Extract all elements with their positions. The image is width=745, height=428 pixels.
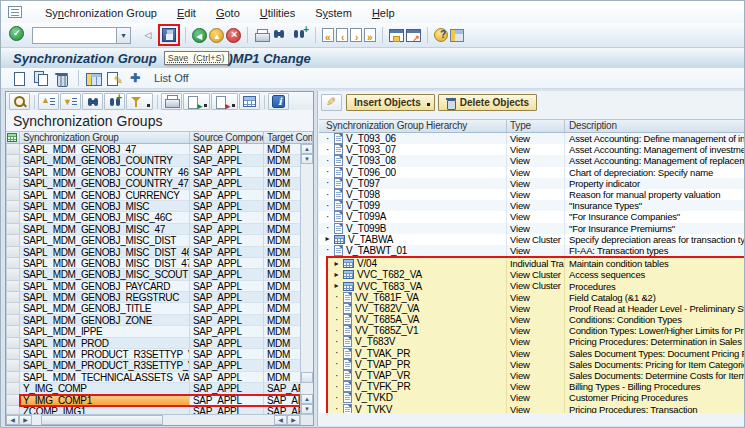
collapse-icon[interactable] [139, 27, 157, 44]
table-row[interactable]: SAPL_MDM_GENOBJ_MISC_SCOUTSAP_APPLMDM [6, 269, 300, 280]
select-all-corner[interactable] [6, 132, 20, 143]
table-row[interactable]: SAPL_MDM_GENOBJ_COUNTRYSAP_APPLMDM [6, 155, 300, 166]
table-row[interactable]: SAPL_MDM_GENOBJ_REGSTRUCSAP_APPLMDM [6, 292, 300, 303]
expand-icon[interactable]: ▸ [333, 282, 340, 290]
customize-layout-icon[interactable] [450, 29, 464, 42]
row-selector[interactable] [6, 144, 20, 155]
hierarchy-row[interactable]: ·V_TVKVViewPricing Procedures: Transacti… [328, 404, 744, 414]
table-row[interactable]: SAPL_MDM_GENOBJ_47SAP_APPLMDM [6, 144, 300, 155]
hierarchy-row[interactable]: ·VV_T682V_VAViewProof Read at Header Lev… [328, 303, 744, 314]
information-icon[interactable] [268, 93, 289, 110]
row-selector[interactable] [6, 360, 20, 371]
table-row[interactable]: ZCOMP_IMG1SAP_APPLSAP_APPL [6, 406, 300, 414]
find-next-icon[interactable] [291, 27, 309, 44]
sort-descending-icon[interactable] [60, 93, 81, 110]
command-field[interactable]: ▼ [32, 27, 131, 44]
row-selector[interactable] [6, 167, 20, 178]
export-as-icon[interactable] [211, 93, 238, 110]
scroll-right-icon[interactable] [287, 415, 300, 425]
menu-goto[interactable]: Goto [206, 4, 250, 22]
export-icon[interactable] [183, 93, 210, 110]
row-selector[interactable] [6, 224, 20, 235]
table-row[interactable]: SAPL_MDM_GENOBJ_MISC_DIST_46CSAP_APPLMDM [6, 247, 300, 258]
enter-icon[interactable] [9, 26, 24, 41]
find-next-icon[interactable] [104, 93, 125, 110]
row-selector[interactable] [6, 406, 20, 414]
choose-layout-icon[interactable] [239, 93, 260, 110]
table-row[interactable]: SAPL_MDM_GENOBJ_MISC_46CSAP_APPLMDM [6, 212, 300, 223]
column-header[interactable]: Type [507, 120, 565, 132]
scroll-left-icon[interactable] [6, 415, 19, 425]
table-row[interactable]: SAPL_MDM_GENOBJ_TITLESAP_APPLMDM [6, 303, 300, 314]
move-icon[interactable] [126, 70, 145, 87]
hierarchy-row[interactable]: ·V_T093_06ViewAsset Accounting: Define m… [319, 133, 745, 144]
sort-ascending-icon[interactable] [38, 93, 59, 110]
column-header[interactable]: Source Component [190, 132, 264, 143]
system-menu-icon[interactable] [8, 6, 22, 18]
hierarchy-row[interactable]: ·V_T099View"Insurance Types" [319, 200, 745, 211]
command-dropdown-icon[interactable]: ▼ [116, 27, 131, 44]
next-page-icon[interactable] [350, 28, 362, 42]
edit-icon[interactable] [105, 70, 124, 87]
hierarchy-row[interactable]: ·V_TVKDViewCustomer Pricing Procedures [328, 392, 744, 403]
table-row[interactable]: SAPL_MDM_TECHNICALASSETS_VALHELPSAP_APPL… [6, 372, 300, 383]
row-selector[interactable] [6, 292, 20, 303]
row-selector[interactable] [6, 349, 20, 360]
find-icon[interactable] [271, 27, 289, 44]
row-selector[interactable] [6, 247, 20, 258]
hierarchy-row[interactable]: ·V_T096_00ViewChart of depreciation: Spe… [319, 167, 745, 178]
create-icon[interactable] [10, 70, 29, 87]
table-row[interactable]: SAPL_MDM_PRODUCT_R3SETTYP_VIEWSSAP_APPLM… [6, 360, 300, 371]
column-header[interactable]: Target Component [264, 132, 313, 143]
previous-page-icon[interactable] [336, 28, 348, 42]
table-row[interactable]: SAPL_MDM_PRODUCT_R3SETTYP_VIEWCLSAP_APPL… [6, 349, 300, 360]
hierarchy-row[interactable]: ·VV_T685Z_V1ViewCondition Types: Lower/H… [328, 325, 744, 336]
back-icon[interactable] [192, 28, 207, 43]
insert-objects-button[interactable]: Insert Objects [346, 94, 435, 111]
table-row[interactable]: Y_IMG_COMPSAP_APPLSAP_APPL [6, 383, 300, 394]
display-change-icon[interactable] [321, 94, 342, 111]
new-session-icon[interactable] [389, 29, 404, 42]
table-row[interactable]: SAPL_MDM_GENOBJ_MISC_DIST_47SAP_APPLMDM [6, 258, 300, 269]
row-selector[interactable] [6, 212, 20, 223]
command-input[interactable] [32, 27, 116, 44]
table-row[interactable]: SAPL_MDM_IPPESAP_APPLMDM [6, 326, 300, 337]
row-selector[interactable] [6, 303, 20, 314]
table-row[interactable]: SAPL_MDM_GENOBJ_MISCSAP_APPLMDM [6, 201, 300, 212]
scrollbar-thumb[interactable] [301, 372, 313, 383]
scroll-up-icon[interactable] [301, 144, 313, 154]
cancel-icon[interactable] [226, 28, 241, 43]
table-row[interactable]: SAPL_MDM_PRODSAP_APPLMDM [6, 338, 300, 349]
menu-synchronization-group[interactable]: Synchronization Group [35, 4, 167, 22]
hierarchy-row[interactable]: ·V_TVFK_PRViewBilling Types - Billing Pr… [328, 381, 744, 392]
table-row[interactable]: SAPL_MDM_GENOBJ_MISC_47SAP_APPLMDM [6, 224, 300, 235]
hierarchy-row[interactable]: ·V_T097ViewProperty indicator [319, 178, 745, 189]
set-filter-icon[interactable] [126, 93, 153, 110]
save-icon[interactable] [162, 28, 176, 42]
row-selector[interactable] [6, 281, 20, 292]
first-page-icon[interactable] [322, 28, 334, 42]
row-selector[interactable] [6, 258, 20, 269]
column-header[interactable]: Synchronization Group [20, 132, 190, 143]
last-page-icon[interactable] [364, 28, 376, 42]
hierarchy-row[interactable]: ·V_T099BView"For Insurance Premiums" [319, 223, 745, 234]
hierarchy-row[interactable]: ·V_T683VViewPricing Procedures: Determin… [328, 336, 744, 347]
hierarchy-row[interactable]: ·V_TVAP_VRViewSales Documents: Determine… [328, 370, 744, 381]
column-header[interactable]: Synchronization Group Hierarchy [319, 120, 507, 132]
find-icon[interactable] [82, 93, 103, 110]
hierarchy-row[interactable]: ·V_T093_08ViewAsset Accounting: Manageme… [319, 155, 745, 166]
hierarchy-row[interactable]: ·V_TVAK_PRViewSales Document Types: Docu… [328, 348, 744, 359]
menu-utilities[interactable]: Utilities [250, 4, 305, 22]
details-icon[interactable] [9, 93, 30, 110]
row-selector[interactable] [6, 235, 20, 246]
row-selector[interactable] [6, 338, 20, 349]
table-row[interactable]: SAPL_MDM_GENOBJ_COUNTRY_47SAP_APPLMDM [6, 178, 300, 189]
copy-icon[interactable] [31, 70, 50, 87]
print-icon[interactable] [161, 93, 182, 110]
hierarchy-row[interactable]: ·VV_T681F_VAViewField Catalog (&1 &2) [328, 292, 744, 303]
column-header[interactable]: Description [565, 120, 745, 132]
row-selector[interactable] [6, 383, 20, 394]
horizontal-scrollbar[interactable] [6, 414, 300, 425]
table-row[interactable]: SAPL_MDM_GENOBJ_CURRENCYSAP_APPLMDM [6, 190, 300, 201]
save-layout-icon[interactable] [84, 70, 103, 87]
